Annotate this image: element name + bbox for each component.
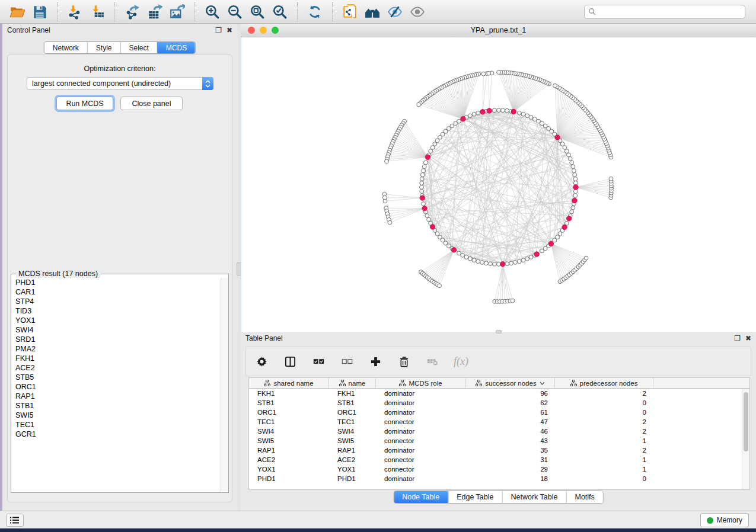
close-panel-button[interactable]: Close panel [120, 97, 183, 110]
network-node[interactable] [489, 262, 493, 266]
network-node[interactable] [422, 165, 426, 169]
mcds-list-scrollbar[interactable] [221, 278, 228, 492]
network-node[interactable] [417, 102, 421, 107]
network-node[interactable] [521, 258, 525, 262]
network-node[interactable] [573, 177, 578, 181]
tab-network-table[interactable]: Network Table [502, 491, 566, 503]
table-row[interactable]: ACE2ACE2connector311 [249, 455, 749, 464]
float-panel-icon[interactable]: ❐ [215, 27, 222, 34]
table-row[interactable]: SWI5SWI5connector431 [249, 436, 749, 446]
table-row[interactable]: FKH1FKH1dominator962 [249, 389, 749, 398]
add-column-icon[interactable] [368, 354, 382, 368]
table-row[interactable]: SWI4SWI4dominator462 [249, 427, 749, 436]
column-header-predecessor-nodes[interactable]: predecessor nodes [555, 378, 653, 388]
table-row[interactable]: TEC1TEC1connector472 [249, 417, 749, 427]
table-row[interactable]: STB1STB1dominator620 [249, 398, 749, 408]
close-panel-icon[interactable]: ✖ [227, 27, 232, 34]
network-node[interactable] [511, 299, 515, 303]
delete-column-trash-icon[interactable] [397, 354, 411, 368]
apply-function-icon[interactable]: f(x) [454, 355, 468, 368]
network-node[interactable] [513, 261, 518, 265]
mcds-result-item[interactable]: TEC1 [12, 420, 221, 430]
network-node[interactable] [553, 84, 557, 88]
run-mcds-button[interactable]: Run MCDS [56, 97, 113, 110]
import-network-icon[interactable] [63, 2, 86, 21]
mcds-result-item[interactable]: PHD1 [12, 278, 221, 287]
network-node[interactable] [422, 202, 426, 206]
table-scrollbar[interactable] [742, 389, 749, 489]
network-node[interactable] [573, 181, 578, 185]
network-node[interactable] [388, 220, 392, 225]
delete-table-icon[interactable] [425, 354, 439, 368]
network-node[interactable] [422, 169, 426, 173]
memory-button[interactable]: Memory [700, 513, 749, 527]
network-node[interactable] [487, 71, 491, 75]
network-node[interactable] [564, 149, 569, 153]
zoom-out-icon[interactable] [224, 2, 246, 21]
network-node[interactable] [429, 149, 433, 153]
mcds-result-item[interactable]: FKH1 [12, 354, 221, 363]
zoom-in-icon[interactable] [201, 2, 224, 21]
network-node[interactable] [573, 173, 577, 177]
mcds-hub-node[interactable] [562, 225, 567, 229]
network-node[interactable] [570, 161, 574, 165]
network-node[interactable] [476, 259, 480, 264]
network-node[interactable] [609, 177, 613, 181]
tab-mcds[interactable]: MCDS [157, 42, 195, 53]
network-node[interactable] [430, 146, 435, 150]
column-header-shared-name[interactable]: shared name [249, 378, 329, 388]
network-node[interactable] [521, 112, 525, 116]
refresh-icon[interactable] [304, 2, 326, 21]
deselect-all-checks-icon[interactable] [340, 354, 354, 368]
network-node[interactable] [468, 257, 472, 261]
tab-edge-table[interactable]: Edge Table [448, 491, 502, 503]
show-all-eye-icon[interactable] [406, 2, 429, 21]
network-node[interactable] [497, 108, 501, 113]
network-node[interactable] [420, 190, 424, 194]
mcds-result-item[interactable]: STB5 [12, 373, 221, 382]
close-table-panel-icon[interactable]: ✖ [745, 335, 751, 342]
network-node[interactable] [568, 156, 572, 161]
mcds-hub-node[interactable] [573, 185, 578, 190]
network-node[interactable] [461, 253, 465, 257]
mcds-result-item[interactable]: SRD1 [12, 335, 221, 344]
mcds-result-item[interactable]: TID3 [12, 306, 221, 316]
mcds-hub-node[interactable] [555, 135, 560, 140]
network-node[interactable] [567, 153, 571, 157]
network-node[interactable] [472, 112, 476, 116]
network-node[interactable] [493, 108, 497, 113]
network-node[interactable] [497, 70, 501, 75]
mcds-hub-node[interactable] [425, 155, 430, 159]
network-node[interactable] [509, 261, 513, 265]
save-icon[interactable] [28, 2, 51, 21]
tab-node-table[interactable]: Node Table [394, 491, 448, 503]
network-node[interactable] [423, 161, 428, 165]
network-node[interactable] [385, 159, 389, 164]
network-node[interactable] [571, 165, 575, 169]
mcds-result-item[interactable]: SWI4 [12, 325, 221, 335]
network-node[interactable] [472, 258, 476, 262]
network-node[interactable] [532, 117, 537, 121]
mcds-result-item[interactable]: CAR1 [12, 287, 221, 297]
network-node[interactable] [584, 256, 588, 260]
mcds-hub-node[interactable] [511, 109, 516, 114]
mcds-hub-node[interactable] [420, 196, 425, 200]
network-node[interactable] [420, 173, 425, 177]
network-node[interactable] [427, 217, 431, 222]
network-node[interactable] [525, 114, 529, 118]
column-header-name[interactable]: name [329, 378, 376, 388]
tab-select[interactable]: Select [120, 42, 157, 53]
mcds-hub-node[interactable] [500, 262, 505, 267]
open-folder-icon[interactable] [6, 2, 28, 21]
network-node[interactable] [570, 210, 574, 214]
network-canvas[interactable] [241, 37, 756, 332]
export-table-icon[interactable] [143, 2, 166, 21]
network-node[interactable] [481, 72, 486, 76]
mcds-result-item[interactable]: ORC1 [12, 382, 221, 392]
network-node[interactable] [425, 214, 429, 218]
mcds-result-item[interactable]: SWI5 [12, 411, 221, 420]
network-node[interactable] [501, 108, 505, 113]
network-node[interactable] [438, 284, 442, 288]
table-row[interactable]: PHD1PHD1dominator180 [249, 474, 749, 483]
find-binoculars-icon[interactable] [361, 2, 384, 21]
